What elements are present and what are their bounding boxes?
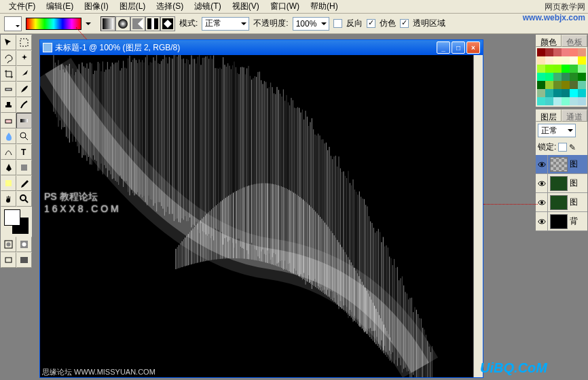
blur-tool[interactable] xyxy=(1,128,16,144)
swatch[interactable] xyxy=(537,56,545,65)
notes-tool[interactable] xyxy=(1,175,16,191)
menu-layer[interactable]: 图层(L) xyxy=(114,0,151,14)
layer-row[interactable]: 图 xyxy=(536,174,587,193)
eyedropper-tool[interactable] xyxy=(16,175,32,191)
swatch[interactable] xyxy=(562,48,570,56)
swatch[interactable] xyxy=(553,97,562,105)
menu-filter[interactable]: 滤镜(T) xyxy=(189,0,226,14)
menu-window[interactable]: 窗口(W) xyxy=(265,0,305,14)
screenmode-toggle[interactable] xyxy=(16,237,32,252)
mode-select[interactable]: 正常 xyxy=(202,17,249,31)
history-brush-tool[interactable] xyxy=(16,97,32,113)
tool-preset-picker[interactable] xyxy=(4,16,22,31)
swatch[interactable] xyxy=(570,56,578,65)
swatch[interactable] xyxy=(570,81,578,89)
opacity-input[interactable]: 100% xyxy=(293,17,329,31)
visibility-icon[interactable] xyxy=(536,174,548,193)
swatch[interactable] xyxy=(545,65,553,73)
layers-tab[interactable]: 图层 xyxy=(536,109,562,122)
swatch[interactable] xyxy=(562,56,570,65)
swatch[interactable] xyxy=(553,65,562,73)
blend-mode-select[interactable]: 正常 xyxy=(538,124,576,137)
channels-tab[interactable]: 通道 xyxy=(562,109,587,122)
hand-tool[interactable] xyxy=(1,191,16,207)
swatch[interactable] xyxy=(545,48,553,56)
slice-tool[interactable] xyxy=(16,66,32,82)
maximize-button[interactable]: □ xyxy=(452,41,465,54)
screen-standard[interactable] xyxy=(1,252,16,268)
gradient-dropdown-icon[interactable] xyxy=(86,22,91,28)
transparency-checkbox[interactable] xyxy=(400,19,409,28)
wand-tool[interactable] xyxy=(16,50,32,66)
layer-row[interactable]: 图 xyxy=(536,193,587,212)
gradient-linear-button[interactable] xyxy=(100,16,115,31)
gradient-diamond-button[interactable] xyxy=(160,16,175,31)
swatch[interactable] xyxy=(570,97,578,105)
swatch[interactable] xyxy=(545,89,553,97)
swatch[interactable] xyxy=(562,97,570,105)
menu-image[interactable]: 图像(I) xyxy=(79,0,113,14)
swatch[interactable] xyxy=(545,97,553,105)
menu-help[interactable]: 帮助(H) xyxy=(305,0,344,14)
swatch[interactable] xyxy=(578,48,586,56)
swatch[interactable] xyxy=(578,97,586,105)
type-tool[interactable]: T xyxy=(16,144,32,160)
swatch[interactable] xyxy=(537,48,545,56)
zoom-tool[interactable] xyxy=(16,191,32,207)
swatch[interactable] xyxy=(562,65,570,73)
color-tab[interactable]: 颜色 xyxy=(536,35,562,47)
swatch[interactable] xyxy=(553,56,562,65)
visibility-icon[interactable] xyxy=(536,193,548,212)
layer-row[interactable]: 背 xyxy=(536,212,587,231)
swatch[interactable] xyxy=(578,89,586,97)
swatch[interactable] xyxy=(570,89,578,97)
swatch[interactable] xyxy=(578,73,586,81)
lock-transparency[interactable] xyxy=(558,143,567,152)
swatch[interactable] xyxy=(562,73,570,81)
move-tool[interactable] xyxy=(1,35,16,50)
swatch[interactable] xyxy=(578,81,586,89)
swatch[interactable] xyxy=(545,81,553,89)
swatch[interactable] xyxy=(553,81,562,89)
shape-tool[interactable] xyxy=(16,160,32,175)
swatch[interactable] xyxy=(553,73,562,81)
stamp-tool[interactable] xyxy=(1,97,16,113)
swatch[interactable] xyxy=(545,73,553,81)
reverse-checkbox[interactable] xyxy=(333,19,342,28)
foreground-color[interactable] xyxy=(4,209,20,226)
gradient-angle-button[interactable] xyxy=(130,16,145,31)
swatch[interactable] xyxy=(537,81,545,89)
eraser-tool[interactable] xyxy=(1,113,16,128)
menu-select[interactable]: 选择(S) xyxy=(151,0,189,14)
visibility-icon[interactable] xyxy=(536,212,548,231)
swatch[interactable] xyxy=(562,89,570,97)
swatch[interactable] xyxy=(562,81,570,89)
menu-view[interactable]: 视图(V) xyxy=(227,0,265,14)
visibility-icon[interactable] xyxy=(536,155,548,174)
layer-row[interactable]: 图 xyxy=(536,155,587,174)
swatch[interactable] xyxy=(553,48,562,56)
titlebar[interactable]: 未标题-1 @ 100% (图层 2, RGB/8) _ □ × xyxy=(40,40,483,55)
lasso-tool[interactable] xyxy=(1,50,16,66)
marquee-tool[interactable] xyxy=(16,35,32,50)
gradient-reflected-button[interactable] xyxy=(145,16,160,31)
swatch[interactable] xyxy=(570,48,578,56)
gradient-preview[interactable] xyxy=(26,18,81,30)
screen-full[interactable] xyxy=(16,252,32,268)
close-button[interactable]: × xyxy=(466,41,480,54)
crop-tool[interactable] xyxy=(1,66,16,82)
brush-tool[interactable] xyxy=(16,82,32,97)
minimize-button[interactable]: _ xyxy=(437,41,450,54)
gradient-tool[interactable] xyxy=(16,113,32,128)
swatch[interactable] xyxy=(570,65,578,73)
swatch[interactable] xyxy=(537,73,545,81)
menu-edit[interactable]: 编辑(E) xyxy=(41,0,79,14)
vertical-scrollbar[interactable] xyxy=(473,55,483,377)
swatch[interactable] xyxy=(537,89,545,97)
heal-tool[interactable] xyxy=(1,82,16,97)
path-tool[interactable] xyxy=(1,144,16,160)
swatch[interactable] xyxy=(545,56,553,65)
swatch[interactable] xyxy=(578,65,586,73)
quickmask-toggle[interactable] xyxy=(1,237,16,252)
gradient-radial-button[interactable] xyxy=(115,16,130,31)
